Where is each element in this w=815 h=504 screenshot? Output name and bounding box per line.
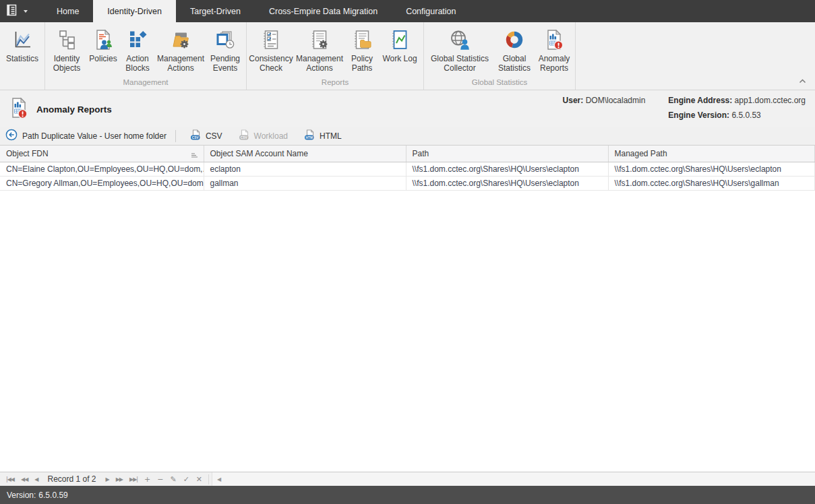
group-label [0,86,44,90]
tab-identity-driven[interactable]: Identity-Driven [93,0,176,22]
back-arrow-icon [5,129,18,143]
ribbon-group-statistics: Statistics [0,22,45,90]
version-label: Version: [7,491,36,500]
table-row[interactable]: CN=Gregory Allman,OU=Employees,OU=HQ,OU=… [0,176,815,190]
user-info: User: DOM\localadmin [563,96,646,105]
ribbon-group-management: Identity Objects Policies Action Blocks [45,22,247,90]
app-menu-icon [6,4,20,19]
action-blocks-button[interactable]: Action Blocks [120,24,155,73]
export-workload-button: CSV Workload [231,129,296,143]
workload-file-icon: CSV [239,129,250,143]
policy-paths-icon [351,28,373,52]
engine-info: User: DOM\localadmin Engine Address: app… [563,96,806,120]
table-cell: \\fs1.dom.cctec.org\Shares\HQ\Users\ecla… [406,176,608,190]
chevron-up-icon [799,79,806,84]
table-cell: \\fs1.dom.cctec.org\Shares\HQ\Users\ecla… [406,162,608,176]
table-cell: gallman [204,176,406,190]
results-grid: Object FDN Object SAM Account Name Path … [0,146,815,472]
report-title: Path Duplicate Value - User home folder [22,131,167,141]
nav-append-button[interactable]: + [141,475,154,484]
management-actions-report-button[interactable]: Management Actions [293,24,346,73]
management-actions-folder-icon [170,28,191,52]
html-file-icon: HTM [304,129,315,143]
svg-text:CSV: CSV [192,135,200,139]
page-header: Anomaly Reports User: DOM\localadmin Eng… [0,90,815,127]
column-header-managed-path[interactable]: Managed Path [608,146,815,162]
pending-events-button[interactable]: Pending Events [206,24,244,73]
statistics-button[interactable]: Statistics [2,24,42,63]
engine-address-info: Engine Address: app1.dom.cctec.org [668,96,806,105]
table-cell: CN=Gregory Allman,OU=Employees,OU=HQ,OU=… [0,176,204,190]
table-cell: eclapton [204,162,406,176]
column-header-object-fdn[interactable]: Object FDN [0,146,204,162]
policies-button[interactable]: Policies [86,24,120,63]
table-cell: \\fs1.dom.cctec.org\Shares\HQ\Users\ecla… [608,162,815,176]
table-cell: \\fs1.dom.cctec.org\Shares\HQ\Users\gall… [608,176,815,190]
menu-tabs: Home Identity-Driven Target-Driven Cross… [42,0,471,22]
nav-cancel-edit-button[interactable]: ✕ [193,475,206,484]
management-actions-button[interactable]: Management Actions [155,24,206,73]
consistency-check-button[interactable]: Consistency Check [249,24,293,73]
group-label: Global Statistics [424,78,575,90]
nav-first-button[interactable]: |◀◀ [3,476,18,482]
app-menu-button[interactable] [0,0,36,22]
nav-end-edit-button[interactable]: ✓ [180,475,193,484]
global-statistics-collector-icon [449,28,471,52]
tab-home[interactable]: Home [42,0,93,22]
grid-body: CN=Elaine Clapton,OU=Employees,OU=HQ,OU=… [0,162,815,190]
version-value: 6.5.0.59 [38,491,67,500]
top-menu-bar: Home Identity-Driven Target-Driven Cross… [0,0,815,22]
svg-text:HTM: HTM [306,135,313,139]
nav-next-button[interactable]: ▶ [102,476,113,482]
csv-file-icon: CSV [190,129,202,143]
tab-configuration[interactable]: Configuration [392,0,470,22]
record-count-label: Record 1 of 2 [41,474,102,484]
ribbon-group-global-statistics: Global Statistics Collector Global Stati… [424,22,576,90]
column-header-object-sam-account-name[interactable]: Object SAM Account Name [204,146,406,162]
ribbon-collapse-button[interactable] [799,74,806,86]
export-html-button[interactable]: HTM HTML [296,129,350,143]
action-blocks-icon [127,28,148,52]
anomaly-reports-button[interactable]: Anomaly Reports [535,24,573,73]
back-button[interactable]: Path Duplicate Value - User home folder [5,129,167,143]
tab-target-driven[interactable]: Target-Driven [176,0,255,22]
policy-paths-button[interactable]: Policy Paths [346,24,378,73]
nav-edit-button[interactable]: ✎ [167,475,179,484]
group-label: Reports [247,78,423,90]
sort-ascending-icon [190,151,198,160]
policies-icon [92,28,114,52]
identity-objects-icon [56,28,78,52]
global-statistics-button[interactable]: Global Statistics [493,24,535,73]
group-label: Management [45,78,246,90]
nav-last-button[interactable]: ▶▶| [126,476,141,482]
nav-next-page-button[interactable]: ▶▶ [113,476,126,482]
statistics-chart-icon [11,28,33,52]
engine-version-info: Engine Version: 6.5.0.53 [668,111,806,120]
record-navigator: |◀◀ ◀◀ ◀ Record 1 of 2 ▶ ▶▶ ▶▶| + − ✎ ✓ … [0,472,815,486]
svg-text:CSV: CSV [240,135,247,139]
caret-down-icon [24,10,28,13]
anomaly-reports-page-icon [8,96,30,123]
management-actions-report-icon [309,28,330,52]
horizontal-scrollbar[interactable]: ◀ [212,472,815,486]
page-title: Anomaly Reports [36,104,112,115]
nav-delete-button[interactable]: − [154,475,167,484]
status-bar: Version: 6.5.0.59 [0,486,815,504]
identity-objects-button[interactable]: Identity Objects [47,24,86,73]
table-cell: CN=Elaine Clapton,OU=Employees,OU=HQ,OU=… [0,162,204,176]
ribbon-group-reports: Consistency Check Management Actions Pol… [247,22,424,90]
column-header-path[interactable]: Path [406,146,608,162]
nav-prev-button[interactable]: ◀ [31,476,41,482]
table-row[interactable]: CN=Elaine Clapton,OU=Employees,OU=HQ,OU=… [0,162,815,176]
anomaly-reports-icon [543,28,565,52]
scroll-left-arrow-icon[interactable]: ◀ [212,476,226,482]
global-statistics-donut-icon [504,28,525,52]
consistency-check-icon [260,28,282,52]
work-log-button[interactable]: Work Log [378,24,421,63]
export-csv-button[interactable]: CSV CSV [182,129,231,143]
global-statistics-collector-button[interactable]: Global Statistics Collector [426,24,493,73]
nav-prev-page-button[interactable]: ◀◀ [18,476,31,482]
ribbon: Statistics Identity Objects Policies [0,22,815,90]
pending-events-icon [214,28,236,52]
tab-cross-empire-data-migration[interactable]: Cross-Empire Data Migration [255,0,392,22]
